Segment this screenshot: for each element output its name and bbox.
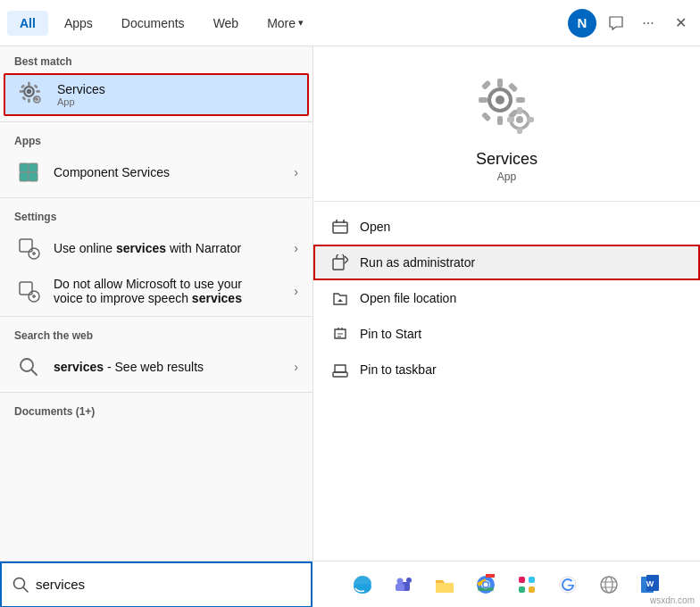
open-icon <box>331 218 349 236</box>
avatar[interactable]: N <box>568 9 596 37</box>
svg-rect-26 <box>516 97 525 103</box>
documents-label: Documents (1+) <box>0 396 312 421</box>
svg-rect-24 <box>497 116 503 125</box>
best-match-title: Services <box>57 82 105 96</box>
open-label: Open <box>360 220 390 234</box>
run-as-admin-icon <box>331 254 349 271</box>
pin-to-start-label: Pin to Start <box>360 327 421 341</box>
svg-rect-27 <box>480 80 490 90</box>
svg-rect-51 <box>529 577 535 583</box>
pin-to-start-icon <box>331 325 349 343</box>
open-file-location-icon <box>331 289 349 307</box>
app-type: App <box>497 170 516 183</box>
svg-point-45 <box>397 578 404 584</box>
best-match-subtitle: App <box>57 96 105 107</box>
pin-to-taskbar-action[interactable]: Pin to taskbar <box>313 352 700 387</box>
web-search-title: services - See web results <box>54 360 204 374</box>
tab-documents[interactable]: Documents <box>109 11 197 36</box>
svg-rect-23 <box>497 79 503 87</box>
svg-point-43 <box>406 578 412 583</box>
svg-rect-38 <box>333 259 344 270</box>
search-icon <box>12 577 29 593</box>
best-match-item[interactable]: Services App <box>4 73 309 116</box>
divider-2 <box>0 197 312 198</box>
svg-point-49 <box>484 582 488 586</box>
taskbar-icons: W <box>312 567 700 603</box>
svg-rect-3 <box>28 98 30 102</box>
teams-icon[interactable] <box>386 567 421 603</box>
svg-rect-9 <box>34 84 38 88</box>
feedback-icon[interactable] <box>604 11 629 36</box>
component-services-title: Component Services <box>54 165 170 179</box>
tab-all[interactable]: All <box>7 11 48 36</box>
svg-point-11 <box>36 98 39 102</box>
svg-rect-53 <box>529 586 535 593</box>
services-large-icon <box>475 75 539 139</box>
apps-section-label: Apps <box>0 126 312 151</box>
divider-4 <box>0 392 312 393</box>
svg-rect-39 <box>333 372 347 377</box>
web-search-item[interactable]: services - See web results › <box>0 345 312 388</box>
svg-rect-2 <box>28 82 30 86</box>
main-layout: Best match <box>0 46 700 561</box>
tab-web[interactable]: Web <box>201 11 252 36</box>
open-action[interactable]: Open <box>313 209 700 245</box>
narrator-item[interactable]: Use online services with Narrator › <box>0 227 312 270</box>
google-icon[interactable] <box>550 567 586 603</box>
divider-3 <box>0 316 312 317</box>
run-as-admin-action[interactable]: Run as administrator <box>313 245 700 280</box>
search-web-icon <box>14 353 43 381</box>
globe-icon[interactable] <box>591 567 627 603</box>
tab-apps[interactable]: Apps <box>52 11 105 36</box>
services-icon <box>18 80 46 109</box>
svg-point-55 <box>601 577 617 593</box>
arrow-icon-component: › <box>294 165 298 179</box>
voice-item[interactable]: Do not allow Microsoft to use your voice… <box>0 270 312 312</box>
pin-to-taskbar-label: Pin to taskbar <box>360 362 437 377</box>
svg-rect-4 <box>20 90 23 93</box>
svg-rect-13 <box>29 163 38 172</box>
ellipsis-icon[interactable]: ··· <box>636 11 661 36</box>
app-name: Services <box>476 150 538 169</box>
open-file-location-action[interactable]: Open file location <box>313 280 700 316</box>
narrator-icon <box>14 234 43 262</box>
file-explorer-icon[interactable] <box>427 567 462 603</box>
slack-icon[interactable] <box>509 567 545 603</box>
component-services-icon <box>14 158 43 187</box>
svg-rect-50 <box>519 577 525 583</box>
svg-rect-37 <box>333 222 347 233</box>
svg-rect-8 <box>21 96 26 101</box>
left-panel: Best match <box>0 46 312 561</box>
tab-more[interactable]: More ▾ <box>254 11 316 36</box>
svg-rect-36 <box>527 117 534 122</box>
search-input[interactable] <box>36 577 300 592</box>
svg-point-1 <box>27 89 31 94</box>
svg-rect-29 <box>480 112 490 121</box>
chrome-icon[interactable] <box>468 567 504 603</box>
svg-rect-12 <box>20 163 29 172</box>
run-as-admin-label: Run as administrator <box>360 255 475 270</box>
arrow-icon-narrator: › <box>294 241 298 255</box>
svg-rect-25 <box>479 97 488 103</box>
pin-to-taskbar-icon <box>331 361 349 378</box>
voice-title: Do not allow Microsoft to use your voice… <box>54 277 268 305</box>
best-match-label: Best match <box>0 46 312 71</box>
svg-rect-5 <box>36 90 39 93</box>
svg-text:W: W <box>646 579 654 588</box>
svg-rect-33 <box>517 107 522 114</box>
svg-rect-52 <box>519 586 525 593</box>
right-panel: Services App Open <box>312 46 700 561</box>
component-services-item[interactable]: Component Services › <box>0 151 312 194</box>
taskbar: W wsxdn.com <box>0 561 700 607</box>
search-web-label: Search the web <box>0 320 312 345</box>
svg-rect-35 <box>507 117 514 122</box>
narrator-title: Use online services with Narrator <box>54 241 241 255</box>
chevron-down-icon: ▾ <box>298 17 304 29</box>
pin-to-start-action[interactable]: Pin to Start <box>313 316 700 352</box>
search-bar <box>0 561 312 608</box>
arrow-icon-web: › <box>294 360 298 374</box>
close-icon[interactable]: ✕ <box>668 11 693 36</box>
edge-icon[interactable] <box>345 567 380 603</box>
watermark: wsxdn.com <box>650 595 695 605</box>
open-file-location-label: Open file location <box>360 291 456 305</box>
